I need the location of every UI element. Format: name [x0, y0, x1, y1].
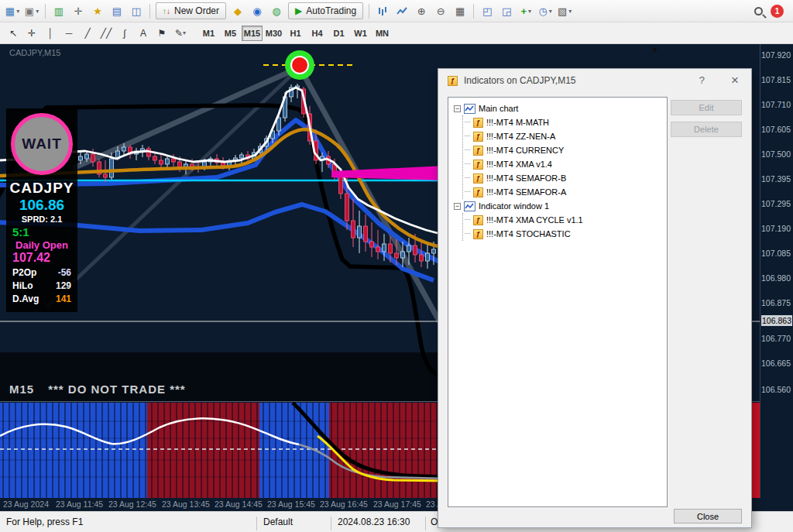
horizontal-line-icon: ─: [66, 28, 73, 39]
panel-stat-row: P2Op-56: [12, 266, 71, 280]
data-window-button[interactable]: ✛: [69, 2, 88, 20]
application-window: ▦ ▾ ▣ ▾ ▥ ✛ ★ ▤ ◫ ↑↓ New Order ◆ ◉ ◍ ▶ A…: [0, 0, 793, 532]
periods-button[interactable]: ◷ ▾: [536, 2, 554, 20]
strategy-tester-button[interactable]: ◫: [127, 2, 146, 20]
profiles-button[interactable]: ▣ ▾: [22, 2, 41, 20]
time-label: 23 Aug 17:45: [373, 499, 421, 509]
templates-button[interactable]: ▧ ▾: [555, 2, 574, 20]
tile-windows-button[interactable]: ▦: [451, 2, 469, 20]
dialog-title: Indicators on CADJPY,M15: [464, 75, 576, 86]
autotrading-button[interactable]: ▶ AutoTrading: [288, 2, 363, 19]
price-tick: 107.710: [761, 100, 791, 109]
toggle-panel-button[interactable]: ◰: [478, 2, 496, 20]
panel-icon: ◰: [482, 5, 492, 17]
indicator-icon: ƒ: [473, 187, 483, 197]
indicator-tree[interactable]: − Main chart ƒ !!!-MT4 M-MATH ƒ !!!-MT4 …: [448, 97, 668, 507]
price-tick: 106.875: [761, 298, 791, 307]
panel-icon: ◲: [502, 5, 511, 17]
indicator-icon: ƒ: [473, 173, 483, 184]
timeframe-button[interactable]: D1: [328, 26, 349, 41]
line-chart-icon: [396, 5, 407, 16]
wave-tool-button[interactable]: ∫: [116, 25, 133, 42]
notification-badge[interactable]: 1: [771, 5, 784, 18]
main-toolbar: ▦ ▾ ▣ ▾ ▥ ✛ ★ ▤ ◫ ↑↓ New Order ◆ ◉ ◍ ▶ A…: [0, 0, 793, 22]
indicator-item[interactable]: ƒ !!!-MT4 ZZ-NEN-A: [465, 129, 667, 143]
zoom-in-button[interactable]: ⊕: [412, 2, 431, 20]
clock-icon: ◷: [539, 5, 548, 17]
collapse-icon[interactable]: −: [454, 203, 461, 210]
dialog-close-icon[interactable]: ×: [731, 73, 739, 88]
market-watch-button[interactable]: ▥: [50, 2, 68, 20]
toggle-panel-2-button[interactable]: ◲: [497, 2, 516, 20]
status-help-text: For Help, press F1: [6, 517, 83, 527]
new-chart-button[interactable]: ▦ ▾: [3, 2, 22, 20]
time-label: 23 Aug 15:45: [267, 499, 315, 509]
timeframe-button[interactable]: W1: [350, 26, 371, 41]
zoom-out-button[interactable]: ⊖: [431, 2, 450, 20]
price-tick: 107.295: [761, 199, 791, 208]
cursor-tool-button[interactable]: ↖: [5, 25, 22, 42]
panel-spread: SPRD: 2.1: [22, 215, 63, 224]
search-icon[interactable]: [754, 7, 763, 15]
dialog-help-button[interactable]: ?: [699, 74, 705, 86]
tree-children: ƒ !!!-MT4 M-MATH ƒ !!!-MT4 ZZ-NEN-A ƒ !!…: [462, 115, 667, 199]
object-marker-icon: ▼: [651, 45, 659, 54]
text-icon: A: [140, 28, 146, 39]
timeframe-button[interactable]: M30: [263, 26, 284, 41]
indicator-name: !!!-MT4 SEMAFOR-B: [486, 173, 566, 183]
indicator-icon: ƒ: [473, 229, 483, 239]
price-tick: 107.920: [761, 50, 791, 60]
tree-group-main-chart: − Main chart ƒ !!!-MT4 M-MATH ƒ !!!-MT4 …: [454, 101, 667, 199]
current-price-box: 106.863: [761, 315, 792, 326]
close-button[interactable]: Close: [674, 509, 742, 523]
vertical-line-button[interactable]: │: [42, 25, 59, 42]
indicator-item[interactable]: ƒ !!!-MT4 M-MATH: [465, 115, 667, 129]
options-icon: ◉: [252, 5, 261, 17]
channel-button[interactable]: ╱╱: [98, 25, 115, 42]
community-button[interactable]: ◍: [267, 2, 286, 20]
timeframe-button[interactable]: H1: [285, 26, 306, 41]
indicator-item[interactable]: ƒ !!!-MT4 XMA CYCLE v1.1: [465, 213, 667, 227]
navigator-button[interactable]: ★: [88, 2, 107, 20]
horizontal-line-button[interactable]: ─: [60, 25, 77, 42]
price-scale[interactable]: 106.863 107.920107.815107.710107.605107.…: [760, 44, 793, 498]
options-button[interactable]: ◉: [248, 2, 266, 20]
text-tool-button[interactable]: A: [135, 25, 152, 42]
indicator-item[interactable]: ƒ !!!-MT4 SEMAFOR-B: [465, 171, 667, 185]
tree-node-main-chart[interactable]: − Main chart: [454, 101, 667, 115]
indicator-item[interactable]: ƒ !!!-MT4 STOCHASTIC: [465, 227, 667, 241]
indicator-item[interactable]: ƒ !!!-MT4 SEMAFOR-A: [465, 185, 667, 199]
timeframe-button[interactable]: M1: [198, 26, 219, 41]
crosshair-tool-button[interactable]: ✛: [23, 25, 40, 42]
indicator-item[interactable]: ƒ !!!-MT4 CURRENCY: [465, 143, 667, 157]
tree-node-indicator-window[interactable]: − Indicator window 1: [454, 199, 667, 213]
terminal-button[interactable]: ▤: [108, 2, 126, 20]
tree-children: ƒ !!!-MT4 XMA CYCLE v1.1 ƒ !!!-MT4 STOCH…: [462, 213, 667, 241]
add-indicator-button[interactable]: + ▾: [517, 2, 535, 20]
indicator-icon: ƒ: [473, 215, 483, 225]
indicator-item[interactable]: ƒ !!!-MT4 XMA v1.4: [465, 157, 667, 171]
status-profile[interactable]: Default: [263, 517, 293, 527]
timeframe-button[interactable]: H4: [307, 26, 328, 41]
trendline-button[interactable]: ╱: [79, 25, 96, 42]
line-chart-button[interactable]: [393, 2, 411, 20]
bar-chart-button[interactable]: [373, 2, 392, 20]
collapse-icon[interactable]: −: [454, 105, 461, 112]
tree-group-label: Main chart: [479, 104, 518, 113]
bar-chart-icon: [377, 5, 388, 16]
price-tick: 107.500: [761, 149, 791, 159]
objects-button[interactable]: ✎ ▾: [172, 25, 189, 42]
profiles-icon: ▣: [25, 5, 34, 17]
new-order-button[interactable]: ↑↓ New Order: [156, 2, 226, 19]
timeframe-button[interactable]: MN: [372, 26, 393, 41]
timeframe-button[interactable]: M5: [220, 26, 241, 41]
tree-group-label: Indicator window 1: [479, 201, 549, 211]
chevron-down-icon: ▾: [183, 29, 186, 36]
timeframe-button[interactable]: M15: [242, 26, 263, 41]
panel-stat-row: D.Avg141: [12, 293, 71, 306]
label-tool-button[interactable]: ⚑: [153, 25, 170, 42]
signal-circle: WAIT: [11, 113, 73, 175]
price-tick: 107.190: [761, 224, 791, 233]
metaeditor-button[interactable]: ◆: [228, 2, 247, 20]
status-divider: [256, 517, 257, 530]
